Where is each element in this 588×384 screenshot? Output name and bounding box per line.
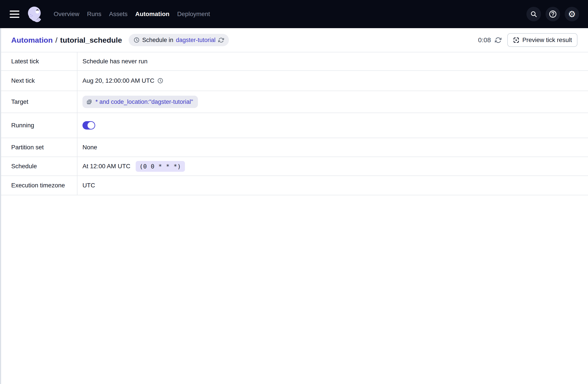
help-button[interactable] bbox=[546, 7, 560, 21]
code-location-link[interactable]: dagster-tutorial bbox=[176, 37, 215, 43]
cron-expression-badge: (0 0 * * *) bbox=[136, 161, 185, 172]
gear-icon: ⚙ bbox=[568, 10, 576, 19]
nav-links: Overview Runs Assets Automation Deployme… bbox=[54, 11, 210, 18]
table-row-latest-tick: Latest tick Schedule has never run bbox=[0, 52, 588, 71]
menu-button[interactable] bbox=[10, 9, 20, 19]
toggle-knob bbox=[87, 122, 95, 129]
help-icon bbox=[549, 10, 557, 18]
breadcrumb: Automation / tutorial_schedule bbox=[11, 36, 122, 44]
menu-icon bbox=[10, 11, 19, 12]
sync-icon[interactable] bbox=[218, 37, 224, 43]
row-label: Partition set bbox=[0, 138, 77, 157]
table-row-schedule: Schedule At 12:00 AM UTC (0 0 * * *) bbox=[0, 157, 588, 176]
tick-countdown: 0:08 bbox=[478, 36, 491, 44]
target-selection-chip[interactable]: * and code_location:"dagster-tutorial" bbox=[83, 96, 198, 108]
nav-link-assets[interactable]: Assets bbox=[109, 11, 127, 18]
settings-button[interactable]: ⚙ bbox=[565, 7, 579, 21]
page-header: Automation / tutorial_schedule Schedule … bbox=[0, 28, 588, 52]
partition-set-text: None bbox=[83, 144, 97, 151]
table-row-partition-set: Partition set None bbox=[0, 138, 588, 157]
latest-tick-text: Schedule has never run bbox=[83, 58, 147, 65]
asset-selection-icon bbox=[86, 99, 93, 105]
header-right-controls: 0:08 Preview tick result bbox=[478, 33, 577, 47]
running-toggle[interactable] bbox=[83, 121, 95, 129]
preview-button-label: Preview tick result bbox=[522, 37, 572, 43]
row-label: Target bbox=[0, 91, 77, 113]
context-badge-text: Schedule in bbox=[142, 37, 173, 43]
next-tick-text: Aug 20, 12:00:00 AM UTC bbox=[83, 77, 154, 84]
row-label: Running bbox=[0, 113, 77, 138]
partition-set-value: None bbox=[77, 138, 588, 157]
table-row-target: Target * and code_location:"dagster-tuto… bbox=[0, 91, 588, 113]
dagster-logo-icon[interactable] bbox=[26, 5, 43, 23]
search-button[interactable] bbox=[526, 7, 541, 21]
page-title: tutorial_schedule bbox=[60, 36, 122, 44]
target-value: * and code_location:"dagster-tutorial" bbox=[77, 91, 588, 113]
schedule-context-badge: Schedule in dagster-tutorial bbox=[129, 34, 229, 46]
row-label: Schedule bbox=[0, 157, 77, 175]
row-label: Execution timezone bbox=[0, 176, 77, 195]
breadcrumb-automation-link[interactable]: Automation bbox=[11, 36, 53, 44]
execution-timezone-value: UTC bbox=[77, 176, 588, 195]
table-row-running: Running bbox=[0, 113, 588, 138]
target-selection-text: * and code_location:"dagster-tutorial" bbox=[95, 99, 193, 105]
breadcrumb-separator: / bbox=[55, 36, 57, 44]
refresh-button[interactable] bbox=[495, 37, 502, 43]
refresh-icon bbox=[495, 37, 502, 43]
row-label: Latest tick bbox=[0, 52, 77, 70]
next-tick-value: Aug 20, 12:00:00 AM UTC bbox=[77, 71, 588, 91]
table-row-next-tick: Next tick Aug 20, 12:00:00 AM UTC bbox=[0, 71, 588, 91]
schedule-text: At 12:00 AM UTC bbox=[83, 163, 130, 170]
execution-timezone-text: UTC bbox=[83, 182, 95, 189]
row-label: Next tick bbox=[0, 71, 77, 91]
schedule-details-table: Latest tick Schedule has never run Next … bbox=[0, 52, 588, 195]
preview-tick-icon bbox=[513, 37, 520, 43]
latest-tick-value: Schedule has never run bbox=[77, 52, 588, 70]
left-edge-strip bbox=[0, 28, 1, 384]
nav-icon-buttons: ⚙ bbox=[526, 7, 579, 21]
search-icon bbox=[530, 11, 537, 18]
clock-icon bbox=[133, 37, 140, 43]
nav-link-runs[interactable]: Runs bbox=[87, 11, 101, 18]
nav-link-overview[interactable]: Overview bbox=[54, 11, 79, 18]
menu-icon bbox=[10, 17, 19, 18]
nav-link-deployment[interactable]: Deployment bbox=[177, 11, 210, 18]
menu-icon bbox=[10, 14, 19, 15]
running-value bbox=[77, 113, 588, 138]
top-nav: Overview Runs Assets Automation Deployme… bbox=[0, 0, 588, 28]
preview-tick-result-button[interactable]: Preview tick result bbox=[507, 33, 577, 47]
nav-link-automation[interactable]: Automation bbox=[135, 11, 169, 18]
clock-icon bbox=[157, 78, 163, 84]
table-row-execution-timezone: Execution timezone UTC bbox=[0, 176, 588, 195]
schedule-value: At 12:00 AM UTC (0 0 * * *) bbox=[77, 157, 588, 175]
